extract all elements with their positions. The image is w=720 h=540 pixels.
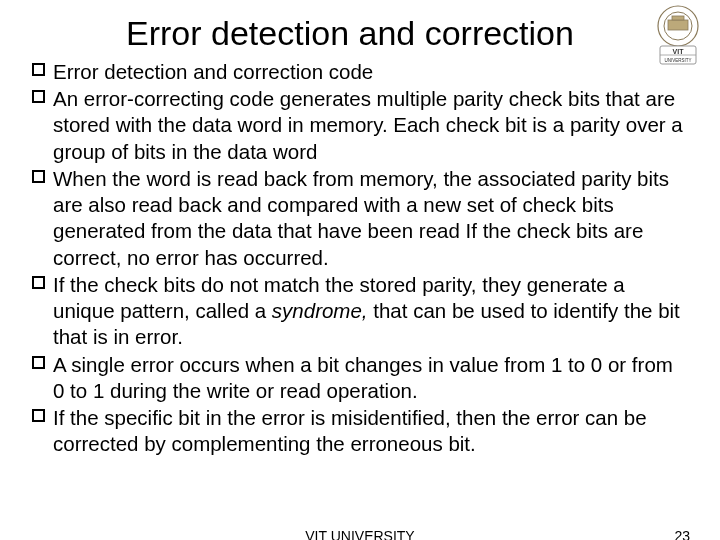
bullet-text: Error detection and correction code (53, 59, 373, 85)
slide-body: Error detection and correction code An e… (0, 53, 720, 458)
slide: VIT UNIVERSITY Error detection and corre… (0, 0, 720, 540)
list-item: When the word is read back from memory, … (32, 166, 688, 271)
bullet-text: If the specific bit in the error is misi… (53, 405, 688, 457)
bullet-text: A single error occurs when a bit changes… (53, 352, 688, 404)
university-logo: VIT UNIVERSITY (646, 4, 710, 68)
svg-rect-3 (672, 16, 684, 20)
list-item: A single error occurs when a bit changes… (32, 352, 688, 404)
svg-rect-2 (668, 20, 688, 30)
svg-text:UNIVERSITY: UNIVERSITY (664, 58, 691, 63)
svg-text:VIT: VIT (673, 48, 685, 55)
bullet-text: When the word is read back from memory, … (53, 166, 688, 271)
bullet-text: If the check bits do not match the store… (53, 272, 688, 351)
bullet-square-icon (32, 409, 45, 422)
list-item: An error-correcting code generates multi… (32, 86, 688, 165)
list-item: If the check bits do not match the store… (32, 272, 688, 351)
list-item: Error detection and correction code (32, 59, 688, 85)
slide-title: Error detection and correction (0, 0, 720, 53)
bullet-square-icon (32, 276, 45, 289)
bullet-square-icon (32, 170, 45, 183)
bullet-square-icon (32, 356, 45, 369)
footer-org: VIT UNIVERSITY (305, 528, 414, 540)
bullet-text: An error-correcting code generates multi… (53, 86, 688, 165)
page-number: 23 (674, 528, 690, 540)
seal-icon: VIT UNIVERSITY (646, 4, 710, 68)
bullet-square-icon (32, 63, 45, 76)
list-item: If the specific bit in the error is misi… (32, 405, 688, 457)
bullet-square-icon (32, 90, 45, 103)
